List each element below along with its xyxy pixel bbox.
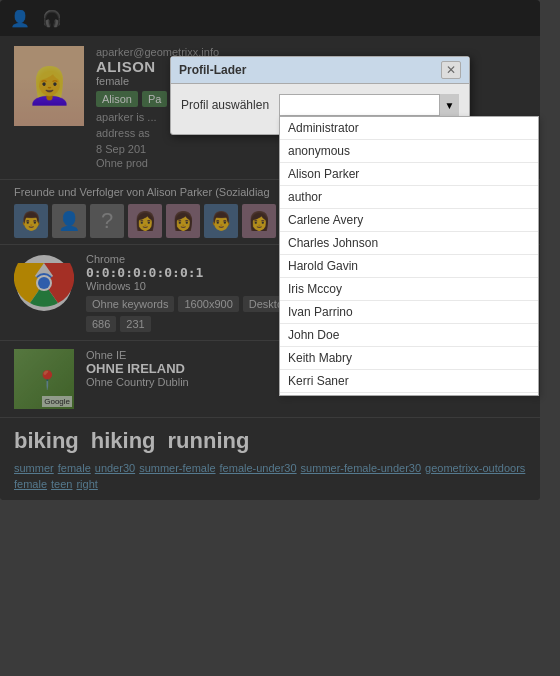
dropdown-item-charles-johnson[interactable]: Charles Johnson xyxy=(280,232,538,255)
dropdown-item-harold-gavin[interactable]: Harold Gavin xyxy=(280,255,538,278)
dropdown-item-larry-spiller[interactable]: Larry Spiller xyxy=(280,393,538,396)
dropdown-item-kerri-saner[interactable]: Kerri Saner xyxy=(280,370,538,393)
modal-close-button[interactable]: ✕ xyxy=(441,61,461,79)
dropdown-item-administrator[interactable]: Administrator xyxy=(280,117,538,140)
dropdown-item-carlene-avery[interactable]: Carlene Avery xyxy=(280,209,538,232)
profil-lader-modal: Profil-Lader ✕ Profil auswählen ▼ Admini… xyxy=(170,56,470,135)
modal-profil-label: Profil auswählen xyxy=(181,98,271,112)
dropdown-item-keith-mabry[interactable]: Keith Mabry xyxy=(280,347,538,370)
modal-select-container: ▼ Administrator anonymous Alison Parker … xyxy=(279,94,459,116)
modal-title: Profil-Lader xyxy=(179,63,246,77)
modal-body: Profil auswählen ▼ Administrator anonymo… xyxy=(171,84,469,134)
dropdown-item-author[interactable]: author xyxy=(280,186,538,209)
dropdown-item-iris-mccoy[interactable]: Iris Mccoy xyxy=(280,278,538,301)
dropdown-item-anonymous[interactable]: anonymous xyxy=(280,140,538,163)
dropdown-item-ivan-parrino[interactable]: Ivan Parrino xyxy=(280,301,538,324)
dropdown-arrow-icon[interactable]: ▼ xyxy=(439,94,459,116)
profile-search-input[interactable] xyxy=(279,94,459,116)
modal-title-bar: Profil-Lader ✕ xyxy=(171,57,469,84)
modal-row: Profil auswählen ▼ Administrator anonymo… xyxy=(181,94,459,116)
dropdown-item-john-doe[interactable]: John Doe xyxy=(280,324,538,347)
dropdown-item-alison-parker[interactable]: Alison Parker xyxy=(280,163,538,186)
profile-dropdown-list: Administrator anonymous Alison Parker au… xyxy=(279,116,539,396)
